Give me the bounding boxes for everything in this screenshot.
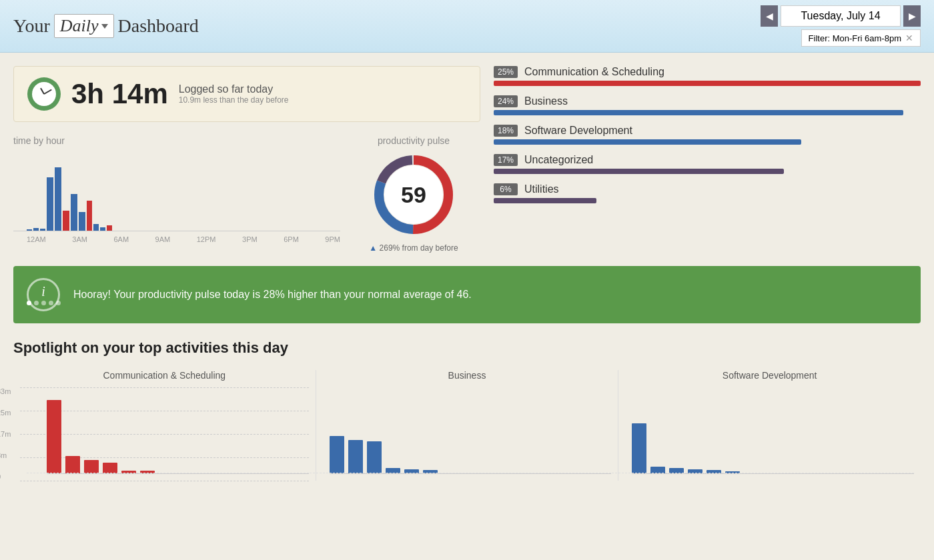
bar-sw-5 bbox=[707, 470, 721, 473]
bar-biz-4 bbox=[386, 468, 400, 473]
dot-2[interactable] bbox=[34, 301, 39, 305]
pulse-change: ▲ 269% from day before bbox=[347, 243, 480, 253]
bar-biz-6 bbox=[423, 470, 438, 473]
x-label-9pm: 9PM bbox=[325, 235, 340, 243]
category-item-3: 17% Uncategorized bbox=[494, 154, 921, 174]
spotlight-comm-title: Communication & Scheduling bbox=[20, 370, 309, 381]
date-navigation: ◀ Tuesday, July 14 ▶ Filter: Mon-Fri 6am… bbox=[761, 5, 921, 47]
bar-comm-5 bbox=[121, 471, 136, 473]
category-bar-0 bbox=[494, 81, 921, 86]
x-label-6am: 6AM bbox=[113, 235, 129, 243]
info-letter: i bbox=[41, 285, 45, 298]
bar-sw-6 bbox=[725, 471, 740, 473]
category-item-4: 6% Utilities bbox=[494, 183, 921, 203]
category-pct-3: 17% bbox=[494, 154, 518, 166]
page-title: Your Daily Dashboard bbox=[13, 14, 199, 38]
bar-group-3am bbox=[33, 228, 39, 231]
filter-tag: Filter: Mon-Fri 6am-8pm ✕ bbox=[801, 29, 921, 47]
category-bar-3 bbox=[494, 169, 784, 174]
main-content: 3h 14m Logged so far today 10.9m less th… bbox=[0, 53, 934, 494]
category-name-2: Software Development bbox=[524, 125, 632, 137]
daily-selector[interactable]: Daily bbox=[54, 14, 114, 38]
bar-comm-2 bbox=[65, 456, 80, 473]
charts-row: time by hour bbox=[13, 135, 480, 253]
spotlight-title: Spotlight on your top activities this da… bbox=[13, 339, 921, 357]
x-label-3pm: 3PM bbox=[242, 235, 258, 243]
spotlight-software-title: Software Development bbox=[625, 370, 914, 381]
productivity-pulse: productivity pulse bbox=[347, 135, 480, 253]
logged-hours: 3h 14m bbox=[71, 78, 168, 110]
spotlight-business-bars bbox=[323, 387, 612, 481]
pulse-label: productivity pulse bbox=[347, 135, 480, 146]
left-panel: 3h 14m Logged so far today 10.9m less th… bbox=[13, 66, 480, 253]
y-labels-comm: 33m25m17m8m0 bbox=[0, 387, 11, 481]
bar-group-9am bbox=[47, 167, 85, 231]
bar-comm-6 bbox=[140, 471, 155, 473]
title-post: Dashboard bbox=[118, 15, 199, 37]
category-pct-1: 24% bbox=[494, 95, 518, 107]
spotlight-charts: Communication & Scheduling 33m25m17m8m0 bbox=[13, 370, 921, 481]
dot-1[interactable] bbox=[27, 301, 31, 305]
x-label-6pm: 6PM bbox=[284, 235, 299, 243]
category-bar-1 bbox=[494, 110, 903, 115]
bar-biz-3 bbox=[367, 441, 382, 473]
bar-biz-2 bbox=[348, 440, 363, 473]
bar-group-3pm bbox=[93, 224, 99, 231]
date-display: Tuesday, July 14 bbox=[781, 5, 901, 27]
clock-hand-minute bbox=[44, 89, 52, 95]
dot-5[interactable] bbox=[56, 301, 61, 305]
x-label-9am: 9AM bbox=[155, 235, 171, 243]
x-label-12am: 12AM bbox=[27, 235, 46, 243]
logged-label: Logged so far today bbox=[179, 83, 289, 95]
bar-sw-3 bbox=[669, 468, 684, 473]
bar-group-12am bbox=[27, 229, 32, 231]
spotlight-software: Software Development bbox=[618, 370, 921, 481]
bar-sw-4 bbox=[688, 469, 703, 473]
dot-4[interactable] bbox=[49, 301, 53, 305]
category-bar-4 bbox=[494, 198, 596, 203]
right-panel: 25% Communication & Scheduling 24% Busin… bbox=[494, 66, 921, 253]
category-item-1: 24% Business bbox=[494, 95, 921, 115]
productivity-banner: i Hooray! Your productivity pulse today … bbox=[13, 266, 921, 323]
category-item-0: 25% Communication & Scheduling bbox=[494, 66, 921, 86]
filter-close-icon[interactable]: ✕ bbox=[905, 33, 913, 43]
daily-label: Daily bbox=[60, 16, 99, 36]
next-date-button[interactable]: ▶ bbox=[903, 5, 921, 27]
category-name-3: Uncategorized bbox=[524, 154, 593, 166]
bar-group-12pm bbox=[87, 201, 92, 231]
category-pct-4: 6% bbox=[494, 183, 518, 195]
bar-comm-1 bbox=[47, 400, 61, 473]
daily-arrow-icon bbox=[101, 24, 108, 29]
carousel-dots[interactable] bbox=[27, 301, 61, 305]
time-by-hour-label: time by hour bbox=[13, 135, 340, 146]
spotlight-comm-scheduling: Communication & Scheduling 33m25m17m8m0 bbox=[13, 370, 316, 481]
spotlight-comm-bars: 33m25m17m8m0 bbox=[20, 387, 309, 481]
category-pct-2: 18% bbox=[494, 125, 518, 137]
filter-label: Filter: Mon-Fri 6am-8pm bbox=[809, 33, 901, 43]
spotlight-business: Business bbox=[316, 370, 619, 481]
category-item-2: 18% Software Development bbox=[494, 125, 921, 145]
info-icon: i bbox=[27, 278, 60, 311]
dot-3[interactable] bbox=[41, 301, 46, 305]
bar-group-6pm bbox=[100, 227, 105, 231]
bar-sw-2 bbox=[650, 467, 665, 473]
bar-sw-1 bbox=[632, 423, 646, 473]
category-pct-0: 25% bbox=[494, 66, 518, 78]
title-pre: Your bbox=[13, 15, 50, 37]
x-label-12pm: 12PM bbox=[197, 235, 216, 243]
pulse-arrow-icon: ▲ bbox=[369, 243, 377, 253]
spotlight-business-title: Business bbox=[323, 370, 612, 381]
bar-comm-3 bbox=[84, 460, 99, 473]
pulse-value: 59 bbox=[401, 182, 426, 208]
prev-date-button[interactable]: ◀ bbox=[761, 5, 778, 27]
categories-list: 25% Communication & Scheduling 24% Busin… bbox=[494, 66, 921, 203]
header: Your Daily Dashboard ◀ Tuesday, July 14 … bbox=[0, 0, 934, 53]
banner-text: Hooray! Your productivity pulse today is… bbox=[73, 289, 472, 301]
top-section: 3h 14m Logged so far today 10.9m less th… bbox=[13, 66, 921, 253]
category-name-1: Business bbox=[524, 95, 568, 107]
logged-time-box: 3h 14m Logged so far today 10.9m less th… bbox=[13, 66, 480, 122]
logged-sublabel: 10.9m less than the day before bbox=[179, 95, 289, 105]
business-bar-chart bbox=[330, 387, 612, 474]
pulse-change-text: 269% from day before bbox=[380, 243, 458, 253]
x-label-3am: 3AM bbox=[72, 235, 87, 243]
